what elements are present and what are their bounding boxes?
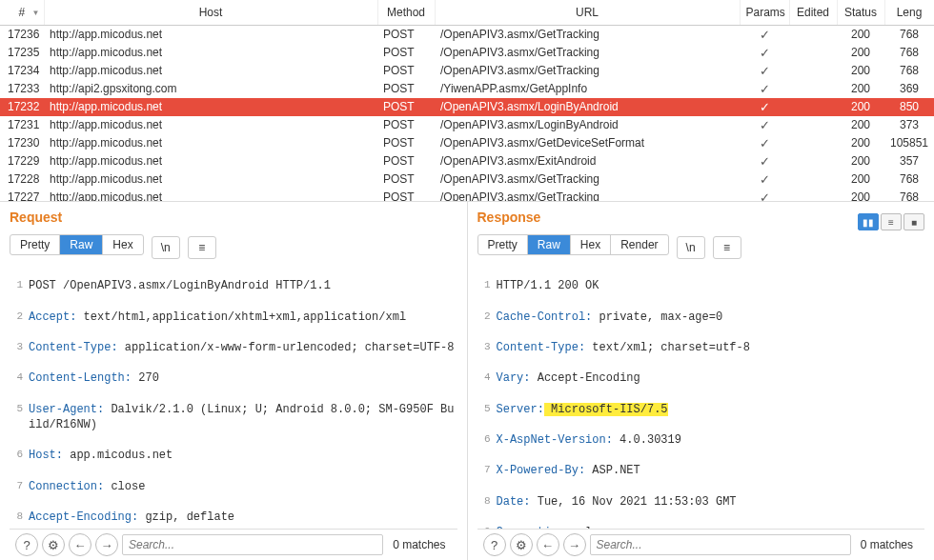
- tab-hex[interactable]: Hex: [103, 235, 142, 254]
- cell-edited: [789, 80, 837, 98]
- help-icon[interactable]: ?: [483, 533, 506, 556]
- tab-render[interactable]: Render: [611, 235, 667, 254]
- response-title: Response: [477, 210, 541, 225]
- col-edited[interactable]: Edited: [789, 0, 837, 25]
- cell-url: /OpenAPIV3.asmx/GetTracking: [435, 25, 740, 44]
- cell-edited: [789, 152, 837, 170]
- hamburger-icon[interactable]: ≡: [188, 236, 216, 259]
- gear-icon[interactable]: ⚙: [42, 533, 65, 556]
- gear-icon[interactable]: ⚙: [510, 533, 533, 556]
- cell-host: http://app.micodus.net: [44, 62, 377, 80]
- table-row[interactable]: 17230http://app.micodus.netPOST/OpenAPIV…: [0, 134, 934, 152]
- request-body[interactable]: 1POST /OpenAPIV3.asmx/LoginByAndroid HTT…: [10, 261, 457, 529]
- cell-num: 17229: [0, 152, 44, 170]
- table-row[interactable]: 17231http://app.micodus.netPOST/OpenAPIV…: [0, 116, 934, 134]
- request-tabs: Pretty Raw Hex: [10, 234, 144, 255]
- col-params[interactable]: Params: [740, 0, 789, 25]
- col-method[interactable]: Method: [377, 0, 435, 25]
- cell-status: 200: [837, 25, 884, 44]
- cell-params: ✓: [740, 134, 789, 152]
- cell-host: http://app.micodus.net: [44, 170, 377, 189]
- cell-host: http://app.micodus.net: [44, 189, 377, 203]
- cell-method: POST: [377, 80, 435, 98]
- cell-status: 200: [837, 189, 884, 203]
- cell-host: http://app.micodus.net: [44, 152, 377, 170]
- linewrap-toggle[interactable]: \n: [152, 236, 180, 259]
- cell-edited: [789, 25, 837, 44]
- cell-method: POST: [377, 116, 435, 134]
- tab-raw[interactable]: Raw: [528, 235, 571, 254]
- cell-num: 17228: [0, 170, 44, 189]
- cell-num: 17232: [0, 98, 44, 116]
- response-tabs: Pretty Raw Hex Render: [477, 234, 669, 255]
- cell-params: ✓: [740, 116, 789, 134]
- col-host[interactable]: Host: [44, 0, 377, 25]
- request-footer: ? ⚙ ← → 0 matches: [10, 529, 457, 560]
- cell-status: 200: [837, 98, 884, 116]
- chevron-down-icon[interactable]: ▼: [32, 8, 40, 16]
- layout-columns-icon[interactable]: ▮▮: [858, 213, 879, 230]
- request-table-container: #▼ Host Method URL Params Edited Status …: [0, 0, 934, 202]
- cell-params: ✓: [740, 25, 789, 44]
- cell-edited: [789, 98, 837, 116]
- cell-host: http://app.micodus.net: [44, 25, 377, 44]
- cell-edited: [789, 170, 837, 189]
- cell-url: /OpenAPIV3.asmx/GetTracking: [435, 44, 740, 62]
- table-row[interactable]: 17236http://app.micodus.netPOST/OpenAPIV…: [0, 25, 934, 44]
- tab-pretty[interactable]: Pretty: [10, 235, 60, 254]
- response-body[interactable]: 1HTTP/1.1 200 OK 2Cache-Control: private…: [477, 261, 925, 529]
- arrow-right-icon[interactable]: →: [95, 533, 118, 556]
- cell-num: 17233: [0, 80, 44, 98]
- col-url[interactable]: URL: [435, 0, 740, 25]
- request-panel: Request Pretty Raw Hex \n ≡ 1POST /OpenA…: [0, 202, 468, 560]
- hamburger-icon[interactable]: ≡: [713, 236, 741, 259]
- cell-host: http://app.micodus.net: [44, 134, 377, 152]
- cell-host: http://app.micodus.net: [44, 98, 377, 116]
- table-row[interactable]: 17228http://app.micodus.netPOST/OpenAPIV…: [0, 170, 934, 189]
- cell-edited: [789, 44, 837, 62]
- cell-status: 200: [837, 170, 884, 189]
- arrow-left-icon[interactable]: ←: [537, 533, 559, 556]
- arrow-right-icon[interactable]: →: [563, 533, 586, 556]
- arrow-left-icon[interactable]: ←: [69, 533, 91, 556]
- cell-num: 17227: [0, 189, 44, 203]
- table-row[interactable]: 17234http://app.micodus.netPOST/OpenAPIV…: [0, 62, 934, 80]
- cell-leng: 768: [884, 44, 934, 62]
- cell-url: /YiwenAPP.asmx/GetAppInfo: [435, 80, 740, 98]
- request-table[interactable]: #▼ Host Method URL Params Edited Status …: [0, 0, 934, 202]
- cell-num: 17235: [0, 44, 44, 62]
- cell-url: /OpenAPIV3.asmx/GetDeviceSetFormat: [435, 134, 740, 152]
- response-footer: ? ⚙ ← → 0 matches: [477, 529, 925, 560]
- layout-single-icon[interactable]: ■: [904, 213, 924, 230]
- cell-url: /OpenAPIV3.asmx/LoginByAndroid: [435, 116, 740, 134]
- col-status[interactable]: Status: [837, 0, 884, 25]
- view-layout-buttons: ▮▮ ≡ ■: [858, 213, 924, 230]
- cell-edited: [789, 134, 837, 152]
- tab-raw[interactable]: Raw: [60, 235, 103, 254]
- cell-edited: [789, 62, 837, 80]
- tab-hex[interactable]: Hex: [571, 235, 611, 254]
- cell-edited: [789, 116, 837, 134]
- cell-leng: 768: [884, 170, 934, 189]
- table-row[interactable]: 17232http://app.micodus.netPOST/OpenAPIV…: [0, 98, 934, 116]
- cell-method: POST: [377, 98, 435, 116]
- linewrap-toggle[interactable]: \n: [677, 236, 705, 259]
- tab-pretty[interactable]: Pretty: [478, 235, 528, 254]
- col-leng[interactable]: Leng: [884, 0, 934, 25]
- cell-leng: 768: [884, 25, 934, 44]
- request-search-input[interactable]: [122, 534, 383, 555]
- table-row[interactable]: 17229http://app.micodus.netPOST/OpenAPIV…: [0, 152, 934, 170]
- table-row[interactable]: 17233http://api2.gpsxitong.comPOST/Yiwen…: [0, 80, 934, 98]
- request-matches: 0 matches: [387, 538, 451, 551]
- layout-rows-icon[interactable]: ≡: [881, 213, 902, 230]
- table-row[interactable]: 17227http://app.micodus.netPOST/OpenAPIV…: [0, 189, 934, 203]
- col-num[interactable]: #▼: [0, 0, 44, 25]
- cell-num: 17231: [0, 116, 44, 134]
- cell-leng: 768: [884, 62, 934, 80]
- cell-method: POST: [377, 25, 435, 44]
- response-search-input[interactable]: [590, 534, 851, 555]
- table-row[interactable]: 17235http://app.micodus.netPOST/OpenAPIV…: [0, 44, 934, 62]
- cell-params: ✓: [740, 80, 789, 98]
- cell-status: 200: [837, 152, 884, 170]
- help-icon[interactable]: ?: [15, 533, 38, 556]
